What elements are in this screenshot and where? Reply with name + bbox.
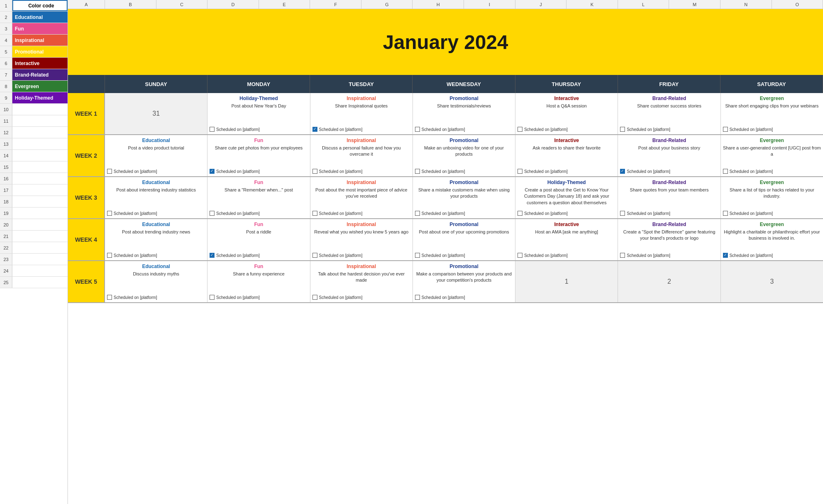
- schedule-checkbox[interactable]: [312, 169, 317, 174]
- schedule-row[interactable]: Scheduled on [platform]: [312, 169, 410, 174]
- schedule-checkbox[interactable]: [415, 253, 420, 258]
- day-content-text: Ask readers to share their favorite: [518, 145, 616, 166]
- day-cell: Brand-RelatedShare quotes from your team…: [618, 177, 720, 218]
- row-number: 9: [0, 92, 12, 103]
- row-number: 19: [0, 208, 12, 219]
- schedule-row[interactable]: Scheduled on [platform]: [107, 253, 205, 258]
- schedule-checkbox[interactable]: [723, 211, 728, 216]
- schedule-row[interactable]: Scheduled on [platform]: [620, 253, 718, 258]
- schedule-checkbox[interactable]: [210, 253, 214, 258]
- schedule-checkbox[interactable]: [210, 127, 214, 132]
- filler-row: 19: [0, 208, 68, 219]
- schedule-row[interactable]: Scheduled on [platform]: [415, 169, 513, 174]
- schedule-checkbox[interactable]: [312, 253, 317, 258]
- day-cell: InspirationalShare Inspirational quotesS…: [310, 93, 413, 134]
- schedule-row[interactable]: Scheduled on [platform]: [620, 211, 718, 216]
- schedule-row[interactable]: Scheduled on [platform]: [312, 253, 410, 258]
- main-area: ABCDEFGHIJKLMNO January 2024 SUNDAYMONDA…: [68, 0, 823, 504]
- schedule-row[interactable]: Scheduled on [platform]: [210, 253, 308, 258]
- schedule-checkbox[interactable]: [415, 127, 420, 132]
- schedule-row[interactable]: Scheduled on [platform]: [620, 169, 718, 174]
- row-number: 15: [0, 161, 12, 173]
- schedule-row[interactable]: Scheduled on [platform]: [620, 127, 718, 132]
- schedule-row[interactable]: Scheduled on [platform]: [312, 127, 410, 132]
- row-number: 16: [0, 173, 12, 184]
- schedule-row[interactable]: Scheduled on [platform]: [415, 295, 513, 300]
- schedule-checkbox[interactable]: [723, 169, 728, 174]
- schedule-checkbox[interactable]: [518, 127, 522, 132]
- schedule-row[interactable]: Scheduled on [platform]: [723, 211, 821, 216]
- day-content-text: Share short engaging clips from your web…: [723, 103, 821, 124]
- schedule-row[interactable]: Scheduled on [platform]: [107, 169, 205, 174]
- schedule-checkbox[interactable]: [415, 169, 420, 174]
- schedule-row[interactable]: Scheduled on [platform]: [107, 211, 205, 216]
- schedule-checkbox[interactable]: [312, 295, 317, 300]
- day-content-text: Host a Q&A session: [518, 103, 616, 124]
- week-label: WEEK 2: [68, 135, 105, 176]
- day-cell: InteractiveHost an AMA [ask me anything]…: [515, 219, 618, 260]
- schedule-row[interactable]: Scheduled on [platform]: [518, 127, 616, 132]
- filler-row: 16: [0, 173, 68, 184]
- color-code-label: Inspirational: [12, 35, 68, 46]
- day-content-text: Discuss industry myths: [107, 271, 205, 292]
- schedule-row[interactable]: Scheduled on [platform]: [723, 169, 821, 174]
- filler-row: 10: [0, 104, 68, 115]
- day-content-text: Create a "Spot the Difference" game feat…: [620, 229, 718, 250]
- row-number: 6: [0, 58, 12, 69]
- schedule-row[interactable]: Scheduled on [platform]: [723, 127, 821, 132]
- schedule-checkbox[interactable]: [312, 127, 317, 132]
- day-content-text: Host an AMA [ask me anything]: [518, 229, 616, 250]
- schedule-label: Scheduled on [platform]: [319, 253, 363, 258]
- day-category-label: Interactive: [518, 138, 616, 143]
- color-code-row: 2Educational: [0, 12, 68, 23]
- left-filler: 10111213141516171819202122232425: [0, 104, 68, 288]
- day-category-label: Inspirational: [312, 222, 410, 227]
- schedule-checkbox[interactable]: [107, 295, 112, 300]
- schedule-checkbox[interactable]: [107, 253, 112, 258]
- schedule-checkbox[interactable]: [620, 253, 625, 258]
- schedule-checkbox[interactable]: [518, 211, 522, 216]
- schedule-checkbox[interactable]: [518, 169, 522, 174]
- day-header-cells: SUNDAYMONDAYTUESDAYWEDNESDAYTHURSDAYFRID…: [105, 75, 823, 93]
- schedule-checkbox[interactable]: [415, 295, 420, 300]
- schedule-row[interactable]: Scheduled on [platform]: [518, 253, 616, 258]
- schedule-row[interactable]: Scheduled on [platform]: [415, 253, 513, 258]
- schedule-row[interactable]: Scheduled on [platform]: [415, 211, 513, 216]
- schedule-checkbox[interactable]: [723, 127, 728, 132]
- schedule-checkbox[interactable]: [107, 169, 112, 174]
- schedule-row[interactable]: Scheduled on [platform]: [518, 211, 616, 216]
- day-category-label: Evergreen: [723, 96, 821, 101]
- schedule-row[interactable]: Scheduled on [platform]: [210, 169, 308, 174]
- schedule-row[interactable]: Scheduled on [platform]: [518, 169, 616, 174]
- schedule-row[interactable]: Scheduled on [platform]: [312, 211, 410, 216]
- schedule-row[interactable]: Scheduled on [platform]: [210, 211, 308, 216]
- schedule-checkbox[interactable]: [518, 253, 522, 258]
- day-content-text: Share testimonials/reviews: [415, 103, 513, 124]
- day-category-label: Promotional: [415, 222, 513, 227]
- schedule-checkbox[interactable]: [107, 211, 112, 216]
- schedule-checkbox[interactable]: [620, 127, 625, 132]
- day-content-text: Share a funny experience: [210, 271, 308, 292]
- day-cell: Brand-RelatedShare customer success stor…: [618, 93, 720, 134]
- schedule-row[interactable]: Scheduled on [platform]: [107, 295, 205, 300]
- schedule-row[interactable]: Scheduled on [platform]: [210, 127, 308, 132]
- schedule-row[interactable]: Scheduled on [platform]: [210, 295, 308, 300]
- schedule-checkbox[interactable]: [210, 211, 214, 216]
- schedule-checkbox[interactable]: [620, 211, 625, 216]
- week-label: WEEK 4: [68, 219, 105, 260]
- schedule-row[interactable]: Scheduled on [platform]: [312, 295, 410, 300]
- day-content-text: Highlight a charitable or philanthropic …: [723, 229, 821, 250]
- schedule-checkbox[interactable]: [723, 253, 728, 258]
- schedule-row[interactable]: Scheduled on [platform]: [723, 253, 821, 258]
- schedule-checkbox[interactable]: [620, 169, 625, 174]
- day-cell: 1: [515, 261, 618, 302]
- schedule-checkbox[interactable]: [210, 295, 214, 300]
- schedule-checkbox[interactable]: [415, 211, 420, 216]
- day-cell: 2: [618, 261, 720, 302]
- schedule-label: Scheduled on [platform]: [730, 253, 773, 258]
- schedule-row[interactable]: Scheduled on [platform]: [415, 127, 513, 132]
- color-code-label: Evergreen: [12, 81, 68, 92]
- schedule-checkbox[interactable]: [210, 169, 214, 174]
- row-number: 22: [0, 242, 12, 253]
- schedule-checkbox[interactable]: [312, 211, 317, 216]
